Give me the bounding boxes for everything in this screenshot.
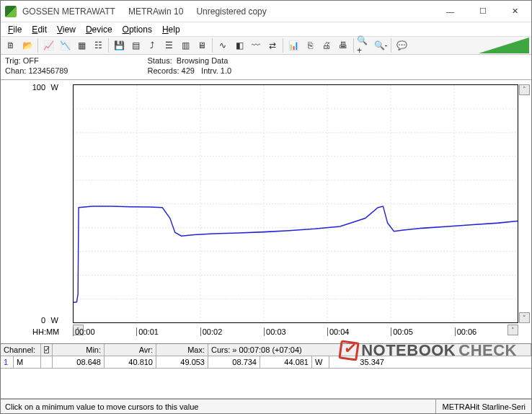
tb-list-icon[interactable]: ☰: [161, 38, 177, 53]
tb-chart1-icon[interactable]: 📈: [40, 38, 56, 53]
menu-view[interactable]: View: [53, 24, 80, 35]
intrv-value: 1.0: [221, 66, 231, 75]
tb-table-icon[interactable]: ▤: [128, 38, 143, 53]
title-app: METRAwin 10: [128, 6, 183, 17]
tb-export-icon[interactable]: ⤴: [144, 38, 160, 53]
row-c1: 08.734: [208, 356, 260, 368]
close-button[interactable]: ✕: [499, 1, 531, 22]
tb-comment-icon[interactable]: 💬: [394, 38, 409, 53]
maximize-button[interactable]: ☐: [466, 1, 499, 22]
th-min[interactable]: Min:: [53, 344, 105, 356]
tb-zoomout-icon[interactable]: 🔍-: [373, 38, 389, 53]
statusbar-message: Click on a minimum value to move cursors…: [1, 402, 435, 411]
y-top: 100: [32, 83, 45, 92]
scroll-up-button[interactable]: ˄: [519, 84, 530, 95]
row-c3: 35.347: [329, 356, 387, 368]
minimize-button[interactable]: —: [434, 1, 466, 22]
tb-chart3-icon[interactable]: 📊: [285, 38, 301, 53]
row-min: 08.648: [53, 356, 105, 368]
tb-print-icon[interactable]: 🖨: [319, 38, 334, 53]
statusbar-device: METRAHit Starline-Seri: [435, 400, 531, 413]
y-unit-bottom: W: [51, 316, 58, 325]
tb-copy-icon[interactable]: ⎘: [302, 38, 318, 53]
tb-link-icon[interactable]: ⇄: [265, 38, 280, 53]
row-avr: 40.810: [105, 356, 156, 368]
chart-svg: [74, 85, 518, 323]
tb-print2-icon[interactable]: 🖶: [335, 38, 351, 53]
y-unit-top: W: [51, 83, 58, 92]
statusbar: Click on a minimum value to move cursors…: [1, 399, 531, 413]
intrv-label: Intrv.: [201, 66, 218, 75]
th-check[interactable]: [41, 344, 53, 356]
chan-label: Chan:: [5, 66, 26, 75]
tb-save-icon[interactable]: 💾: [111, 38, 127, 53]
menu-options[interactable]: Options: [118, 24, 156, 35]
title-license: Unregistered copy: [196, 6, 266, 17]
th-avr: Avr:: [105, 344, 156, 356]
toolbar: 🗎 📂 📈 📉 ▦ ☷ 💾 ▤ ⤴ ☰ ▥ 🖥 ∿ ◧ 〰 ⇄ 📊 ⎘ 🖨 🖶 …: [1, 36, 531, 55]
scroll-down-button[interactable]: ˅: [519, 312, 530, 323]
th-max: Max:: [156, 344, 208, 356]
x-tick-2: 00:02: [200, 327, 223, 336]
x-tick-3: 00:03: [264, 327, 286, 336]
tb-bars-icon[interactable]: ▥: [177, 38, 193, 53]
chart-area: 100 W 0 W ˄ ˅ ˂ ˃ HH:MM 00:00 00:01: [1, 79, 531, 344]
row-idx: 1: [1, 356, 14, 368]
tb-zoomin-icon[interactable]: 🔍+: [356, 38, 372, 53]
row-max: 49.053: [156, 356, 208, 368]
tb-grid-icon[interactable]: ▦: [74, 38, 89, 53]
tb-multi-icon[interactable]: ☷: [90, 38, 106, 53]
toolbar-accent: [479, 38, 529, 53]
row-c2: 44.081: [260, 356, 312, 368]
y-axis: 100 W 0 W: [8, 84, 66, 324]
app-icon: [5, 6, 17, 17]
table-row[interactable]: 1 M 08.648 40.810 49.053 08.734 44.081 W…: [1, 356, 531, 369]
row-mode: M: [14, 356, 41, 368]
tb-wave-icon[interactable]: 〰: [248, 38, 264, 53]
x-tick-4: 00:04: [327, 327, 350, 336]
records-label: Records:: [147, 66, 179, 75]
x-axis: HH:MM 00:00 00:01 00:02 00:03 00:04 00:0…: [73, 326, 518, 340]
chan-value: 123456789: [28, 66, 68, 75]
menubar: File Edit View Device Options Help: [1, 22, 531, 36]
chart-plot[interactable]: [73, 84, 518, 324]
tb-open-icon[interactable]: 📂: [19, 38, 35, 53]
menu-edit[interactable]: Edit: [27, 24, 51, 35]
y-bottom: 0: [41, 316, 45, 325]
x-tick-5: 00:05: [391, 327, 413, 336]
tb-doc-icon[interactable]: 🗎: [3, 38, 19, 53]
status-line: Trig: OFF Chan: 123456789 Status: Browsi…: [1, 55, 531, 79]
trig-value: OFF: [23, 56, 39, 65]
titlebar: GOSSEN METRAWATT METRAwin 10 Unregistere…: [1, 1, 531, 22]
trig-label: Trig:: [5, 56, 21, 65]
status-label: Status:: [147, 56, 172, 65]
row-unit: W: [312, 356, 329, 368]
tb-monitor-icon[interactable]: 🖥: [194, 38, 210, 53]
th-channel: Channel:: [1, 344, 41, 356]
x-tick-0: 00:00: [73, 327, 95, 336]
status-value: Browsing Data: [177, 56, 229, 65]
menu-device[interactable]: Device: [81, 24, 117, 35]
title-vendor: GOSSEN METRAWATT: [22, 6, 115, 17]
records-value: 429: [182, 66, 195, 75]
x-tick-1: 00:01: [136, 327, 159, 336]
x-tick-6: 00:06: [455, 327, 477, 336]
menu-file[interactable]: File: [4, 24, 26, 35]
th-curs: Curs: » 00:07:08 (+07:04): [208, 344, 531, 356]
menu-help[interactable]: Help: [158, 24, 185, 35]
tb-signal-icon[interactable]: ∿: [215, 38, 231, 53]
data-table: Channel: Min: Avr: Max: Curs: » 00:07:08…: [1, 343, 531, 399]
tb-meter-icon[interactable]: ◧: [231, 38, 247, 53]
x-axis-label: HH:MM: [32, 327, 59, 336]
tb-chart2-icon[interactable]: 📉: [57, 38, 73, 53]
